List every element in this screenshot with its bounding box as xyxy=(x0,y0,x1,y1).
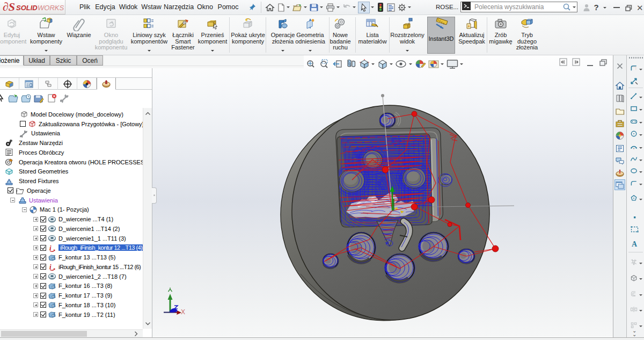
svg-text:i: i xyxy=(49,263,52,271)
svg-text:X: X xyxy=(181,308,185,316)
svg-text:WORKS: WORKS xyxy=(38,4,64,12)
svg-text:SOLID: SOLID xyxy=(16,4,38,12)
svg-text:A: A xyxy=(632,240,638,248)
svg-text:i: i xyxy=(49,244,52,252)
svg-text:∂S: ∂S xyxy=(3,1,15,13)
svg-text:!: ! xyxy=(468,25,469,28)
